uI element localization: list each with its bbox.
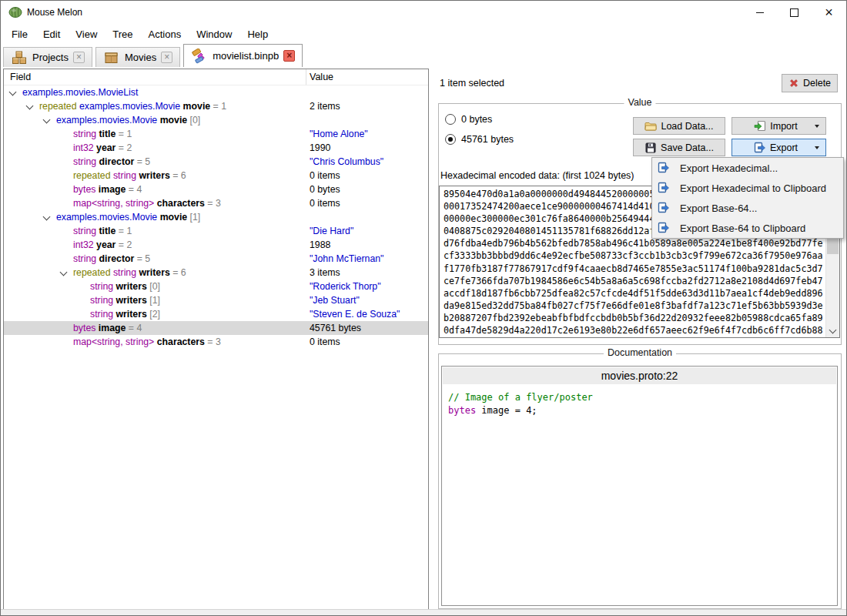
tree-row-value: 2 items [310, 99, 340, 113]
column-header-value[interactable]: Value [310, 72, 333, 82]
delete-button-label: Delete [803, 78, 831, 89]
export-menu-item-label: Export Hexadecimal... [680, 162, 778, 174]
save-data-button[interactable]: Save Data... [633, 139, 725, 156]
tab-projects[interactable]: Projects× [3, 47, 92, 67]
projects-boxes-icon [11, 50, 28, 65]
tree-row-value: 0 bytes [310, 182, 340, 196]
export-menu-item-label: Export Hexadecimal to Clipboard [680, 182, 826, 194]
column-separator[interactable] [306, 69, 306, 85]
export-menu-item[interactable]: Export Base-64... [652, 198, 843, 218]
export-icon [658, 162, 670, 174]
tree-row[interactable]: repeated examples.movies.Movie movie = 1… [4, 99, 428, 113]
tree-row[interactable]: map<string, string> characters = 30 item… [4, 335, 428, 349]
export-menu-item[interactable]: Export Hexadecimal... [652, 158, 843, 178]
menu-item-window[interactable]: Window [189, 25, 239, 43]
minimize-button[interactable] [742, 1, 777, 24]
title-bar: Mouse Melon × [1, 1, 846, 24]
tab-bar: Projects×Movies×movielist.binpb× [1, 44, 846, 67]
tree-row[interactable]: string title = 1"Die Hard" [4, 224, 428, 238]
tree-row-value: "Roderick Thorp" [310, 280, 381, 293]
tree-row-value: 3 items [310, 266, 340, 280]
export-icon [658, 182, 670, 194]
menu-item-view[interactable]: View [68, 25, 105, 43]
tree-row[interactable]: string director = 5"John McTiernan" [4, 252, 428, 266]
export-icon [754, 142, 766, 154]
doc-proto-header: movies.proto:22 [443, 367, 836, 384]
import-dropdown-arrow-icon[interactable] [815, 125, 819, 128]
delete-button[interactable]: Delete [782, 74, 838, 92]
tree-row[interactable]: map<string, string> characters = 30 item… [4, 196, 428, 210]
tree-row[interactable]: string title = 1"Home Alone" [4, 127, 428, 141]
radio-row-45761-bytes[interactable]: 45761 bytes [445, 134, 514, 145]
close-button[interactable]: × [812, 1, 846, 24]
tree-row-value: "John McTiernan" [310, 252, 383, 266]
export-menu-item[interactable]: Export Base-64 to Clipboard [652, 218, 843, 238]
tree-row-field: string writers [1] [4, 293, 160, 307]
tab-movies[interactable]: Movies× [95, 47, 180, 67]
tree-row[interactable]: string writers [1]"Jeb Stuart" [4, 293, 428, 307]
tab-close-icon[interactable]: × [283, 50, 295, 62]
import-label: Import [770, 121, 797, 132]
hex-line: 0dfa47de5829d4a220d17c2e6193e80b22e6df65… [444, 324, 826, 336]
load-data-button[interactable]: Load Data... [633, 117, 725, 135]
scroll-down-button[interactable] [826, 324, 839, 337]
import-icon [754, 120, 766, 132]
movies-box-icon [103, 50, 120, 65]
tree-row-value: 1990 [310, 141, 330, 155]
value-group-title: Value [624, 97, 655, 108]
chevron-down-icon [829, 326, 837, 334]
menu-bar: FileEditViewTreeActionsWindowHelp [1, 24, 846, 44]
tree-row-field: int32 year = 2 [4, 141, 132, 155]
delete-x-icon [788, 78, 799, 89]
doc-code: // Image of a flyer/posterbytes image = … [442, 385, 837, 424]
export-dropdown-arrow-icon[interactable] [815, 146, 819, 149]
column-header-field[interactable]: Field [10, 72, 31, 82]
tree-row-value: "Home Alone" [310, 127, 368, 141]
tab-close-icon[interactable]: × [161, 52, 172, 63]
documentation-viewer: movies.proto:22 // Image of a flyer/post… [441, 366, 838, 606]
menu-item-edit[interactable]: Edit [35, 25, 68, 43]
export-button[interactable]: Export [732, 139, 826, 156]
tree-row[interactable]: examples.movies.MovieList [4, 85, 428, 99]
documentation-group-title: Documentation [604, 347, 676, 358]
close-icon: × [825, 5, 833, 19]
tree-row[interactable]: examples.movies.Movie movie [0] [4, 113, 428, 127]
selection-count-label: 1 item selected [440, 78, 504, 89]
hex-line: da9e815ed32dd75ba84fb027cf75f7e66dfe01e8… [444, 300, 826, 312]
maximize-button[interactable] [777, 1, 812, 24]
hex-data-label: Hexadecimal encoded data: (first 1024 by… [440, 170, 634, 181]
tree-row[interactable]: bytes image = 445761 bytes [4, 321, 428, 335]
tree-row-field: examples.movies.Movie movie [1] [4, 210, 200, 224]
tree-row[interactable]: repeated string writers = 60 items [4, 169, 428, 182]
import-button[interactable]: Import [732, 117, 826, 135]
tree-row[interactable]: examples.movies.Movie movie [1] [4, 210, 428, 224]
menu-item-tree[interactable]: Tree [105, 25, 140, 43]
status-bar [1, 609, 846, 615]
tree-row-value: 1988 [310, 238, 330, 252]
radio-45761-bytes[interactable] [445, 134, 456, 145]
menu-item-actions[interactable]: Actions [141, 25, 189, 43]
tab-movielist-binpb[interactable]: movielist.binpb× [183, 44, 303, 67]
tree-row-value: "Die Hard" [310, 224, 353, 238]
tab-label: Projects [32, 52, 69, 63]
export-icon [658, 222, 670, 234]
export-menu-item[interactable]: Export Hexadecimal to Clipboard [652, 178, 843, 198]
tree-row[interactable]: string writers [0]"Roderick Thorp" [4, 280, 428, 293]
tree-row-value: "Jeb Stuart" [310, 293, 360, 307]
tab-label: Movies [125, 52, 156, 63]
menu-item-file[interactable]: File [4, 25, 35, 43]
tree-row[interactable]: repeated string writers = 63 items [4, 266, 428, 280]
radio-0-bytes[interactable] [445, 114, 456, 125]
tree-row[interactable]: string writers [2]"Steven E. de Souza" [4, 307, 428, 321]
menu-item-help[interactable]: Help [239, 25, 276, 43]
doc-code-line: // Image of a flyer/poster [448, 391, 831, 404]
tree-row-value: 0 items [310, 335, 340, 349]
tree-row-field: repeated examples.movies.Movie movie = 1 [4, 99, 226, 113]
tree-row[interactable]: int32 year = 21990 [4, 141, 428, 155]
tree-row[interactable]: bytes image = 40 bytes [4, 182, 428, 196]
tab-close-icon[interactable]: × [73, 52, 85, 63]
tree-row[interactable]: string director = 5"Chris Columbus" [4, 155, 428, 169]
tree-row-field: map<string, string> characters = 3 [4, 335, 221, 349]
tree-row[interactable]: int32 year = 21988 [4, 238, 428, 252]
radio-row-0-bytes[interactable]: 0 bytes [445, 114, 492, 125]
